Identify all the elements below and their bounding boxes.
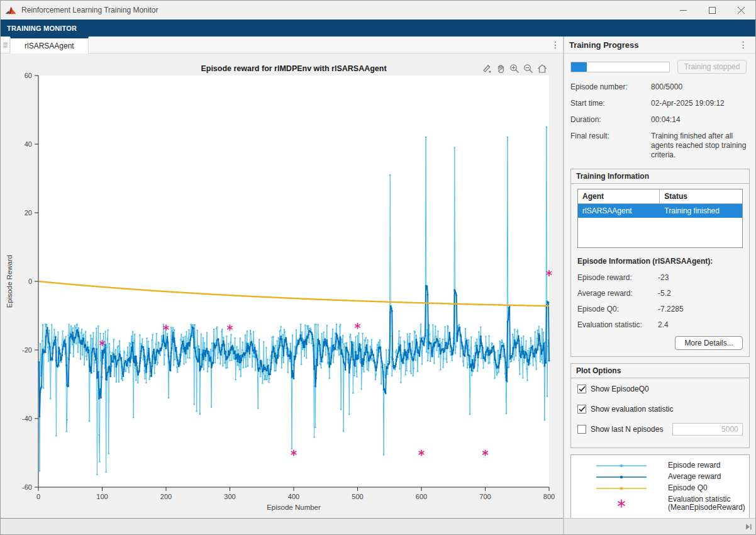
window-title: Reinforcement Learning Training Monitor [21, 6, 669, 14]
training-stopped-button[interactable]: Training stopped [677, 60, 747, 74]
field-value: 800/5000 [651, 82, 747, 92]
restore-view-icon[interactable] [536, 62, 548, 74]
field-label: Final result: [570, 132, 651, 160]
document-actions-kebab[interactable]: ⋮ [548, 37, 563, 53]
training-progress-bar [570, 62, 670, 72]
episode-q0-line-swatch [575, 486, 668, 491]
svg-text:Episode Number: Episode Number [267, 504, 321, 511]
legend-item-episode-q0: Episode Q0 [575, 484, 745, 492]
field-final-result: Final result: Training finished after al… [570, 132, 750, 160]
field-value: Training finished after all agents reach… [651, 132, 747, 160]
average-reward-line-swatch [575, 475, 668, 480]
agent-status-table: Agent Status rlSARSAAgent Training finis… [577, 189, 743, 248]
toolstrip: TRAINING MONITOR [1, 20, 755, 37]
show-evaluation-statistic-checkbox[interactable] [577, 405, 586, 414]
main-area: rlSARSAAgent ⋮ [1, 37, 755, 534]
title-bar: Reinforcement Learning Training Monitor [1, 1, 755, 20]
stat-label: Episode Q0: [577, 305, 658, 313]
toolstrip-tab-training-monitor[interactable]: TRAINING MONITOR [7, 25, 77, 32]
svg-text:600: 600 [416, 493, 427, 500]
tab-list-icon [3, 43, 8, 47]
svg-text:-20: -20 [22, 346, 32, 354]
minimize-button[interactable] [669, 1, 698, 20]
document-area: rlSARSAAgent ⋮ [1, 37, 563, 534]
svg-text:40: 40 [25, 140, 32, 148]
close-button[interactable] [726, 1, 755, 20]
show-last-n-episodes-row: Show last N episodes [577, 424, 743, 435]
app-window: Reinforcement Learning Training Monitor … [0, 0, 756, 535]
tab-rlsarsaagent[interactable]: rlSARSAAgent [10, 37, 89, 54]
stat-average-reward: Average reward: -5.2 [577, 289, 743, 298]
panel-header: Training Progress ⋮ [564, 37, 756, 54]
show-evaluation-statistic-row: Show evaluation statistic [577, 403, 743, 415]
plot-options-header: Plot Options [571, 364, 749, 378]
svg-text:Episode Reward: Episode Reward [6, 255, 13, 308]
svg-text:20: 20 [25, 209, 32, 217]
training-progress-panel: Training Progress ⋮ Training stopped Epi… [564, 37, 756, 534]
training-information-header: Training Information [571, 169, 749, 184]
checkbox-label: Show last N episodes [591, 425, 663, 434]
axes-toolbar [481, 62, 548, 74]
pan-icon[interactable] [494, 62, 506, 74]
svg-text:300: 300 [224, 493, 235, 500]
more-details-button[interactable]: More Details... [675, 336, 742, 350]
legend-item-evaluation-statistic: Evaluation statistic (MeanEpisodeReward) [575, 495, 745, 512]
checkbox-label: Show EpisodeQ0 [591, 385, 649, 393]
chart-legend: Episode reward Average reward Episode Q0 [570, 454, 750, 518]
progress-fill [571, 62, 587, 72]
svg-text:500: 500 [352, 493, 363, 500]
plot-options-group: Plot Options Show EpisodeQ0 [570, 363, 750, 448]
column-header-status: Status [660, 189, 742, 203]
expand-panel-icon[interactable] [745, 523, 752, 531]
stat-episode-reward: Episode reward: -23 [577, 273, 743, 282]
matlab-logo-icon [6, 6, 16, 15]
zoom-in-icon[interactable] [508, 62, 520, 74]
document-tab-strip: rlSARSAAgent ⋮ [1, 37, 563, 54]
show-episodeq0-checkbox[interactable] [577, 385, 586, 393]
stat-evaluation-statistic: Evaluation statistic: 2.4 [577, 320, 743, 329]
last-n-episodes-input[interactable] [672, 423, 743, 436]
svg-text:400: 400 [288, 493, 299, 500]
cell-agent: rlSARSAAgent [578, 204, 660, 218]
stat-value: 2.4 [658, 320, 669, 329]
svg-text:800: 800 [543, 493, 555, 500]
panel-title: Training Progress [569, 40, 736, 50]
svg-text:700: 700 [479, 493, 491, 500]
table-row[interactable]: rlSARSAAgent Training finished [578, 204, 742, 218]
maximize-button[interactable] [698, 1, 726, 20]
stat-label: Episode reward: [577, 273, 658, 282]
stat-label: Average reward: [577, 289, 658, 298]
svg-text:-60: -60 [22, 483, 32, 491]
stat-value: -5.2 [658, 289, 671, 298]
stat-episode-q0: Episode Q0: -7.2285 [577, 305, 743, 313]
legend-item-episode-reward: Episode reward [575, 461, 745, 470]
svg-text:200: 200 [160, 493, 172, 500]
progress-row: Training stopped [570, 60, 750, 74]
training-chart[interactable]: Episode reward for rlMDPEnv with rlSARSA… [1, 54, 563, 518]
panel-actions-kebab[interactable]: ⋮ [736, 40, 751, 50]
legend-label: Average reward [668, 473, 721, 481]
episode-information-header: Episode Information (rlSARSAAgent): [577, 257, 743, 266]
show-episodeq0-row: Show EpisodeQ0 [577, 383, 743, 395]
tab-label: rlSARSAAgent [25, 42, 74, 50]
zoom-out-icon[interactable] [522, 62, 534, 74]
tab-list-button[interactable] [1, 37, 10, 53]
svg-text:0: 0 [28, 278, 32, 285]
field-start-time: Start time: 02-Apr-2025 19:09:12 [570, 99, 750, 108]
stat-value: -7.2285 [658, 305, 684, 313]
checkbox-label: Show evaluation statistic [591, 405, 673, 414]
svg-text:Episode reward for rlMDPEnv wi: Episode reward for rlMDPEnv with rlSARSA… [201, 64, 387, 73]
field-value: 02-Apr-2025 19:09:12 [651, 99, 747, 108]
stat-label: Evaluation statistic: [577, 320, 658, 329]
field-value: 00:04:14 [651, 115, 747, 125]
evaluation-statistic-asterisk-swatch [575, 498, 668, 509]
edit-plot-icon[interactable] [481, 62, 492, 74]
stat-value: -23 [658, 273, 669, 282]
table-header-row: Agent Status [578, 189, 742, 204]
show-last-n-episodes-checkbox[interactable] [577, 425, 586, 434]
field-label: Start time: [570, 99, 651, 108]
status-bar-left [1, 518, 563, 534]
svg-text:-40: -40 [22, 415, 32, 422]
legend-label: Episode reward [668, 461, 720, 470]
legend-label: Episode Q0 [668, 484, 708, 492]
